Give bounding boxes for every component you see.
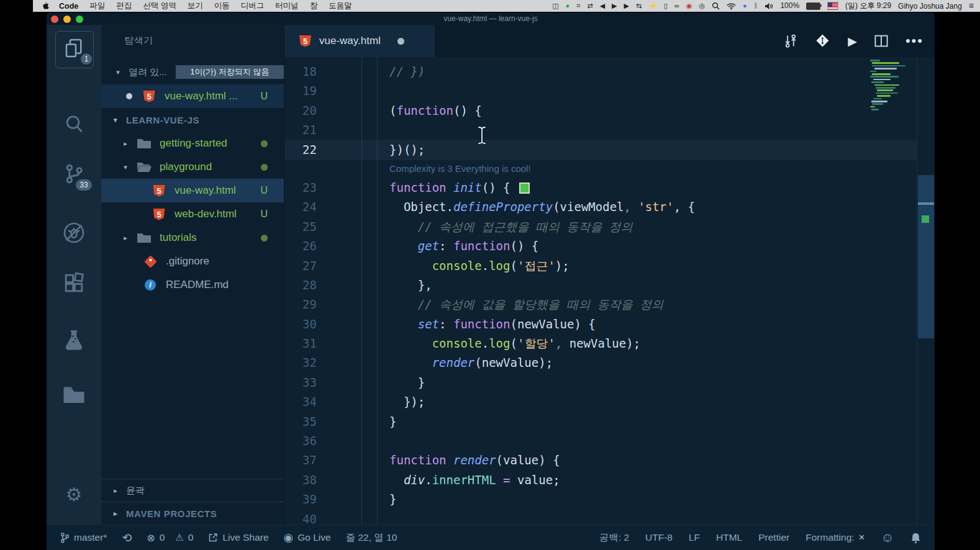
code-line-21[interactable]: 21 (284, 120, 917, 140)
run-button[interactable]: ▶ (848, 34, 857, 48)
notification-center-icon[interactable]: ≡ (969, 0, 974, 12)
code-line-18[interactable]: 18// }) (284, 62, 917, 81)
device-icon[interactable]: ▯ (664, 0, 668, 12)
code-line-32[interactable]: 32 render(newValue); (284, 353, 917, 372)
vertical-scrollbar[interactable] (917, 57, 935, 525)
code-line-25[interactable]: 25 // 속성에 접근했을 때의 동작을 정의 (284, 217, 917, 237)
open-changes-icon[interactable] (783, 34, 798, 48)
code-line-19[interactable]: 19 (284, 81, 917, 101)
menu-item-2[interactable]: 선택 영역 (143, 1, 176, 11)
go-live-button[interactable]: ◉ Go Live (284, 531, 331, 544)
menu-item-0[interactable]: 파일 (89, 1, 105, 11)
shuffle-icon[interactable]: ⇆ (636, 0, 642, 12)
cursor-position[interactable]: 줄 22, 열 10 (346, 531, 397, 544)
source-control-view-icon[interactable]: 33 (61, 161, 86, 186)
code-line-37[interactable]: 37function render(value) { (284, 451, 917, 470)
code-line-31[interactable]: 31 console.log('할당', newValue); (284, 334, 917, 353)
problems-status[interactable]: ⊗ 0 ⚠ 0 (147, 532, 193, 544)
formatting-status[interactable]: Formatting: × (805, 531, 864, 544)
code-line-30[interactable]: 30 set: function(newValue) { (284, 315, 917, 334)
code-line-39[interactable]: 39} (284, 490, 917, 509)
test-explorer-view-icon[interactable] (61, 328, 87, 354)
gitlens-icon[interactable] (815, 33, 831, 49)
menu-item-4[interactable]: 이동 (214, 1, 230, 11)
project-manager-view-icon[interactable] (61, 382, 87, 408)
tree-item-.gitignore[interactable]: .gitignore (101, 250, 284, 273)
zoom-window-button[interactable] (76, 16, 83, 23)
tree-item-README.md[interactable]: iREADME.md (101, 273, 284, 297)
git-branch-status[interactable]: master* (60, 532, 107, 544)
open-editors-section[interactable]: ▾ 열려 있... 1이(가) 저장되지 않음 (101, 60, 284, 84)
menu-app-name[interactable]: Code (59, 2, 78, 11)
code-line-28[interactable]: 28 }, (284, 276, 917, 295)
menubar-user-name[interactable]: Gihyo Joshua Jang (898, 2, 962, 11)
code-line-23[interactable]: 23function init() { (284, 178, 917, 197)
codelens-complexity[interactable]: Complexity is 3 Everything is cool! (389, 160, 917, 178)
open-editor-item[interactable]: 5 vue-way.html ... U (101, 84, 284, 108)
explorer-view-icon[interactable]: 1 (61, 36, 87, 62)
code-line-22[interactable]: 22})(); (284, 140, 917, 160)
code-line-34[interactable]: 34 }); (284, 392, 917, 412)
menubar-clock[interactable]: (일) 오후 9:29 (845, 1, 891, 11)
feedback-smiley-icon[interactable]: ☺ (881, 530, 894, 545)
notifications-bell-icon[interactable] (910, 532, 921, 544)
repeat-icon[interactable]: ⇄ (587, 0, 592, 12)
code-line-38[interactable]: 38 div.innerHTML = value; (284, 471, 917, 490)
tab-vue-way-html[interactable]: 5 vue-way.html (284, 25, 435, 57)
code-line-36[interactable]: 36 (284, 431, 917, 451)
tree-item-tutorials[interactable]: ▸tutorials (101, 226, 284, 250)
record-icon[interactable]: ◉ (686, 0, 692, 12)
close-window-button[interactable] (51, 16, 58, 23)
indentation-status[interactable]: 공백: 2 (599, 531, 629, 544)
eol-status[interactable]: LF (689, 532, 700, 543)
input-language-flag-icon[interactable] (827, 2, 838, 10)
skip-back-icon[interactable]: ◀ (600, 0, 605, 12)
code-line-40[interactable]: 40 (284, 510, 917, 525)
menu-item-8[interactable]: 도움말 (329, 1, 352, 11)
apple-menu-icon[interactable] (42, 2, 49, 11)
code-line-20[interactable]: 20(function() { (284, 101, 917, 120)
assistant-icon[interactable]: ● (743, 0, 747, 12)
menu-item-1[interactable]: 편집 (116, 1, 132, 11)
wifi-icon[interactable] (727, 2, 736, 10)
search-view-icon[interactable] (61, 112, 86, 137)
live-share-button[interactable]: Live Share (208, 532, 268, 543)
glasses-icon[interactable]: ∞ (674, 0, 679, 12)
menu-item-5[interactable]: 디버그 (241, 1, 265, 11)
claw-icon[interactable]: ⌗ (576, 0, 580, 12)
menu-item-7[interactable]: 창 (310, 1, 318, 11)
play-icon[interactable]: ▶ (612, 0, 617, 12)
bluetooth-icon[interactable]: ᛒ (754, 0, 758, 12)
display-mirror-icon[interactable]: ◫ (552, 0, 558, 12)
outline-section[interactable]: ▸ 윤곽 (101, 479, 284, 502)
spiral-icon[interactable]: ◎ (699, 0, 706, 12)
minimap[interactable] (870, 60, 916, 114)
tree-item-web-dev.html[interactable]: 5web-dev.htmlU (101, 202, 284, 226)
extensions-view-icon[interactable] (61, 271, 86, 295)
code-line-29[interactable]: 29 // 속성에 값을 할당했을 때의 동작을 정의 (284, 295, 917, 314)
formatter-status[interactable]: Prettier (758, 532, 789, 543)
power-icon[interactable]: ⚡ (648, 0, 657, 12)
menu-item-3[interactable]: 보기 (188, 1, 203, 11)
tab-dirty-dot[interactable] (397, 38, 404, 45)
tree-item-playground[interactable]: ▾playground (101, 155, 284, 179)
minimize-window-button[interactable] (63, 16, 71, 23)
code-editor[interactable]: 18// })1920(function() {2122})();Complex… (284, 57, 935, 525)
skip-forward-icon[interactable]: ▶ (624, 0, 629, 12)
color-decorator-box[interactable] (519, 183, 530, 194)
workspace-root-item[interactable]: ▾ LEARN-VUE-JS (101, 108, 284, 132)
green-status-icon[interactable]: ● (566, 0, 570, 12)
code-line-26[interactable]: 26 get: function() { (284, 237, 917, 256)
window-titlebar[interactable]: vue-way.html — learn-vue-js (47, 12, 935, 25)
more-actions-icon[interactable]: ••• (905, 38, 923, 44)
scrollbar-thumb[interactable] (918, 175, 934, 338)
code-line-33[interactable]: 33 } (284, 373, 917, 392)
tree-item-vue-way.html[interactable]: 5vue-way.htmlU (101, 179, 284, 202)
encoding-status[interactable]: UTF-8 (645, 532, 673, 543)
language-mode[interactable]: HTML (716, 532, 742, 543)
menu-item-6[interactable]: 터미널 (275, 1, 299, 11)
debug-view-icon[interactable] (61, 220, 87, 246)
dirty-dot-icon[interactable] (126, 93, 132, 99)
maven-projects-section[interactable]: ▸ MAVEN PROJECTS (101, 502, 284, 525)
code-line-35[interactable]: 35} (284, 412, 917, 431)
